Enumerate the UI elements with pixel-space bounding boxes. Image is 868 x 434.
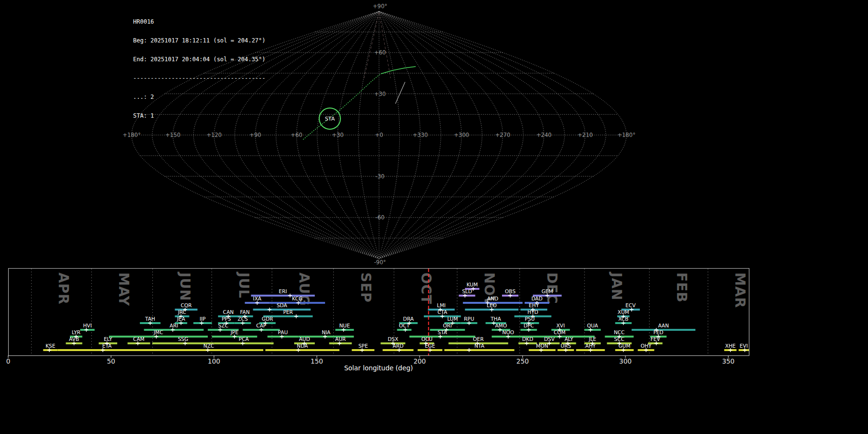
shower-label-DSV: DSV bbox=[544, 336, 555, 342]
peak-marker-AUR bbox=[338, 341, 341, 345]
peak-marker-CAP bbox=[259, 328, 263, 332]
lat-label: +30 bbox=[374, 91, 386, 97]
shower-label-ETA: ETA bbox=[102, 343, 112, 349]
shower-label-EVI: EVI bbox=[740, 343, 748, 349]
shower-label-IIP: IIP bbox=[200, 316, 206, 322]
count-sta: STA: 1 bbox=[133, 113, 266, 119]
shower-label-OCU: OCU bbox=[421, 336, 433, 342]
lon-label: +180° bbox=[122, 132, 140, 138]
peak-marker-SSG bbox=[183, 341, 187, 345]
shower-label-FAN: FAN bbox=[240, 309, 250, 315]
shower-label-PAU: PAU bbox=[278, 329, 288, 335]
shower-label-SZC: SZC bbox=[218, 323, 228, 328]
peak-marker-AVB bbox=[72, 341, 76, 345]
lon-label: +300 bbox=[454, 132, 469, 138]
shower-bar-SDA bbox=[253, 309, 311, 311]
peak-marker-HVI bbox=[84, 328, 88, 332]
shower-label-DSX: DSX bbox=[388, 336, 398, 342]
peak-marker-ETA bbox=[101, 348, 105, 352]
shower-label-FEV: FEV bbox=[651, 336, 661, 342]
peak-marker-MON bbox=[539, 348, 543, 352]
shower-label-URS: URS bbox=[560, 343, 571, 349]
shower-label-GDR: GDR bbox=[262, 316, 273, 322]
shower-label-QUA: QUA bbox=[587, 323, 598, 328]
shower-label-KSE: KSE bbox=[45, 343, 55, 349]
tick-label: 250 bbox=[516, 357, 529, 365]
shower-label-DPC: DPC bbox=[524, 323, 534, 328]
shower-label-NUE: NUE bbox=[339, 323, 350, 328]
shower-label-XVI: XVI bbox=[556, 323, 565, 328]
shower-label-DKD: DKD bbox=[522, 336, 533, 342]
tick-label: 300 bbox=[619, 357, 632, 365]
peak-marker-OCT bbox=[404, 328, 407, 332]
tick-label: 200 bbox=[413, 357, 426, 365]
shower-label-KUM: KUM bbox=[466, 282, 477, 287]
radiant-drift-solid bbox=[381, 67, 416, 74]
shower-bar-NTA bbox=[445, 349, 515, 351]
end-time: End: 20251017 20:04:04 (sol = 204.35°) bbox=[133, 56, 266, 63]
peak-marker-COM bbox=[558, 335, 562, 339]
shower-label-PSU: PSU bbox=[525, 316, 535, 322]
tick-label: 150 bbox=[311, 357, 323, 365]
peak-marker-CTA bbox=[440, 314, 444, 318]
info-separator: -------------------------------------- bbox=[133, 75, 266, 81]
shower-label-JLE: JLE bbox=[588, 336, 597, 342]
peak-marker-RPU bbox=[467, 321, 471, 325]
month-label-MAR: MAR bbox=[732, 272, 748, 308]
shower-label-ECV: ECV bbox=[625, 302, 636, 308]
peak-marker-XHE bbox=[729, 348, 732, 352]
shower-label-CQR: CQR bbox=[181, 302, 192, 308]
shower-label-ZCS: ZCS bbox=[238, 316, 248, 322]
lon-label: +180° bbox=[617, 132, 635, 138]
lon-label: +270 bbox=[495, 132, 511, 138]
shower-label-SCC: SCC bbox=[614, 336, 624, 342]
shower-label-SDA: SDA bbox=[277, 302, 288, 308]
shower-label-LEO: LEO bbox=[487, 302, 497, 308]
peak-marker-NTA bbox=[467, 348, 471, 352]
peak-marker-PCA bbox=[241, 341, 244, 345]
lat-label: -60 bbox=[376, 214, 385, 221]
tick-label: 100 bbox=[208, 357, 220, 365]
peak-marker-JPE bbox=[232, 335, 236, 339]
peak-marker-IIP bbox=[200, 321, 203, 325]
shower-label-EHY: EHY bbox=[529, 302, 540, 308]
activity-timeline: APRMAYJUNJULAUGSEPOCTNOVDECJANFEBMARKUME… bbox=[0, 268, 868, 434]
shower-label-OER: OER bbox=[473, 336, 484, 342]
shower-label-HYD: HYD bbox=[528, 309, 538, 315]
fov-dashed-line bbox=[364, 13, 379, 78]
radiant-drift-dotted bbox=[303, 74, 381, 139]
shower-label-KCG: KCG bbox=[292, 296, 303, 301]
shower-label-OCT: OCT bbox=[399, 323, 410, 328]
peak-marker-NZC bbox=[206, 348, 210, 352]
month-label-OCT: OCT bbox=[418, 272, 434, 304]
month-label-JUN: JUN bbox=[177, 271, 193, 301]
shower-label-MON: MON bbox=[536, 343, 548, 349]
peak-marker-XCB bbox=[622, 321, 625, 325]
peak-marker-SPE bbox=[360, 348, 364, 352]
month-label-NOV: NOV bbox=[481, 272, 497, 307]
shower-label-NTA: NTA bbox=[475, 343, 485, 349]
shower-label-AND: AND bbox=[487, 296, 498, 301]
shower-label-XCB: XCB bbox=[618, 316, 628, 322]
shower-bar-AAN bbox=[632, 329, 695, 331]
shower-label-AMO: AMO bbox=[495, 323, 507, 328]
peak-marker-AHY bbox=[589, 348, 593, 352]
shower-label-AUD: AUD bbox=[299, 336, 310, 342]
peak-marker-KSE bbox=[47, 348, 51, 352]
lon-label: +60 bbox=[291, 132, 302, 138]
shower-label-COM: COM bbox=[554, 329, 566, 335]
lat-label: +60 bbox=[374, 49, 386, 56]
peak-marker-QUA bbox=[589, 328, 593, 332]
shower-label-SPE: SPE bbox=[358, 343, 368, 349]
shower-label-OHY: OHY bbox=[640, 343, 651, 349]
shower-label-ORI: ORI bbox=[443, 323, 452, 328]
tick-label: 50 bbox=[107, 357, 115, 365]
shower-label-HVI: HVI bbox=[83, 323, 92, 328]
shower-label-LYR: LYR bbox=[72, 329, 81, 335]
shower-label-SSG: SSG bbox=[178, 336, 188, 342]
peak-marker-ECV bbox=[630, 308, 634, 312]
shower-label-ALY: ALY bbox=[565, 336, 574, 342]
peak-marker-JEA bbox=[179, 321, 183, 325]
shower-label-THA: THA bbox=[490, 316, 501, 322]
peak-marker-PER bbox=[294, 314, 298, 318]
